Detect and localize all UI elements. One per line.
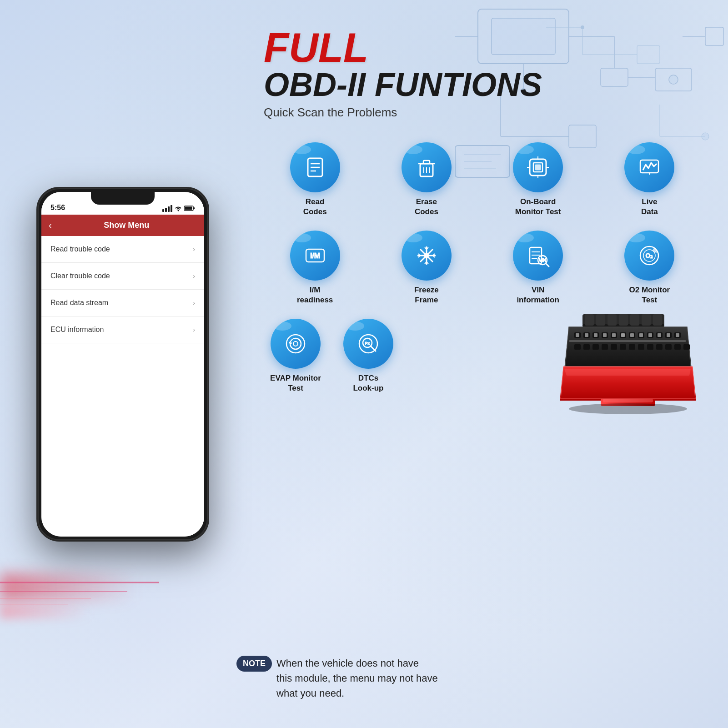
app-header: ‹ Show Menu — [41, 215, 204, 236]
dtcs-lookup-icon: Px — [356, 331, 381, 356]
icon-circle-onboard-monitor — [513, 142, 563, 192]
icon-item-im-readiness: I/M I/Mreadiness — [264, 231, 366, 305]
icon-label-dtcs-lookup: DTCsLook-up — [353, 373, 383, 393]
phone-notch — [91, 192, 155, 205]
menu-item-clear-trouble[interactable]: Clear trouble code › — [41, 263, 204, 290]
bottom-row: EVAP MonitorTest Px DTCsLook-up — [264, 319, 701, 425]
menu-item-read-data-stream-label: Read data stream — [50, 299, 108, 307]
svg-rect-106 — [602, 344, 608, 350]
left-section: 5:56 — [0, 0, 227, 728]
icon-circle-evap-monitor — [271, 319, 321, 369]
im-readiness-icon: I/M — [302, 243, 328, 268]
svg-rect-130 — [603, 399, 653, 402]
menu-item-ecu-info-arrow: › — [193, 326, 195, 333]
subtitle: Quick Scan the Problems — [264, 105, 701, 120]
icon-item-onboard-monitor: On-BoardMonitor Test — [487, 142, 589, 217]
note-badge: NOTE — [236, 656, 272, 672]
icon-item-live-data: LiveData — [598, 142, 701, 217]
svg-line-80 — [371, 346, 376, 351]
svg-rect-109 — [629, 344, 635, 350]
svg-text:VIN: VIN — [539, 258, 547, 263]
menu-item-read-trouble-arrow: › — [193, 246, 195, 253]
svg-rect-48 — [535, 165, 541, 170]
battery-icon — [184, 206, 195, 211]
icon-circle-vin-info: VIN — [513, 231, 563, 281]
menu-item-read-data-stream[interactable]: Read data stream › — [41, 290, 204, 316]
signal-bar-4 — [171, 205, 172, 212]
svg-point-62 — [424, 253, 429, 258]
svg-rect-110 — [638, 344, 644, 350]
svg-text:O₂: O₂ — [646, 252, 653, 259]
svg-rect-120 — [603, 333, 607, 337]
phone-screen: 5:56 — [41, 192, 204, 537]
phone-mockup: 5:56 — [36, 187, 209, 542]
icon-label-live-data: LiveData — [641, 197, 658, 217]
vin-info-icon: VIN — [525, 243, 551, 268]
svg-rect-85 — [596, 314, 605, 326]
note-text: When the vehicle does not havethis modul… — [276, 656, 438, 701]
icon-circle-dtcs-lookup: Px — [343, 319, 393, 369]
menu-item-read-trouble-label: Read trouble code — [50, 245, 110, 253]
svg-rect-115 — [683, 344, 690, 350]
evap-monitor-icon — [283, 331, 308, 356]
svg-rect-107 — [611, 344, 617, 350]
icon-item-read-codes: ReadCodes — [264, 142, 366, 217]
right-section: FULL OBD-II FUNTIONS Quick Scan the Prob… — [227, 0, 728, 728]
obd-connector-area — [555, 310, 701, 425]
icon-circle-live-data — [624, 142, 674, 192]
svg-rect-112 — [656, 344, 663, 350]
erase-codes-icon — [414, 155, 439, 180]
svg-point-75 — [286, 335, 305, 353]
icon-label-im-readiness: I/Mreadiness — [297, 285, 333, 305]
svg-point-74 — [656, 251, 658, 253]
menu-item-read-trouble[interactable]: Read trouble code › — [41, 236, 204, 263]
svg-rect-88 — [630, 314, 639, 326]
svg-rect-90 — [653, 314, 662, 326]
svg-rect-111 — [647, 344, 653, 350]
status-time: 5:56 — [50, 204, 65, 212]
svg-rect-118 — [585, 333, 588, 337]
svg-rect-87 — [619, 314, 628, 326]
icon-circle-freeze-frame — [402, 231, 452, 281]
obd-connector-svg — [555, 310, 701, 423]
menu-item-ecu-info-label: ECU information — [50, 326, 104, 334]
svg-rect-128 — [676, 333, 679, 337]
svg-rect-127 — [667, 333, 670, 337]
menu-item-clear-trouble-arrow: › — [193, 272, 195, 280]
svg-rect-123 — [630, 333, 634, 337]
icon-label-erase-codes: EraseCodes — [415, 197, 438, 217]
svg-rect-126 — [658, 333, 661, 337]
svg-text:Px: Px — [365, 341, 370, 346]
icon-label-o2-monitor: O2 MonitorTest — [629, 285, 670, 305]
icon-label-read-codes: ReadCodes — [303, 197, 327, 217]
svg-text:I/M: I/M — [310, 252, 320, 260]
svg-point-77 — [293, 341, 298, 346]
onboard-monitor-icon — [525, 155, 551, 180]
icon-label-freeze-frame: FreezeFrame — [414, 285, 439, 305]
svg-rect-35 — [193, 207, 195, 209]
header-title: Show Menu — [56, 221, 197, 230]
back-arrow-icon[interactable]: ‹ — [49, 220, 52, 231]
icon-circle-erase-codes — [402, 142, 452, 192]
status-icons — [162, 205, 195, 212]
icon-item-o2-monitor: O₂ O2 MonitorTest — [598, 231, 701, 305]
icon-item-vin-info: VIN VINinformation — [487, 231, 589, 305]
icon-item-evap-monitor: EVAP MonitorTest — [264, 319, 327, 393]
svg-rect-42 — [423, 161, 430, 164]
read-codes-icon — [302, 155, 328, 180]
menu-item-clear-trouble-label: Clear trouble code — [50, 272, 110, 280]
svg-rect-34 — [185, 207, 192, 210]
icon-label-vin-info: VINinformation — [517, 285, 559, 305]
signal-bar-3 — [168, 206, 170, 212]
icon-item-freeze-frame: FreezeFrame — [375, 231, 477, 305]
menu-item-ecu-info[interactable]: ECU information › — [41, 316, 204, 343]
svg-rect-117 — [576, 333, 579, 337]
svg-rect-122 — [621, 333, 625, 337]
svg-rect-89 — [642, 314, 651, 326]
signal-bar-1 — [162, 209, 164, 212]
svg-rect-124 — [639, 333, 643, 337]
phone-inner: 5:56 — [41, 192, 204, 537]
signal-bars — [162, 205, 172, 212]
svg-rect-113 — [665, 344, 672, 350]
menu-list: Read trouble code › Clear trouble code ›… — [41, 236, 204, 537]
